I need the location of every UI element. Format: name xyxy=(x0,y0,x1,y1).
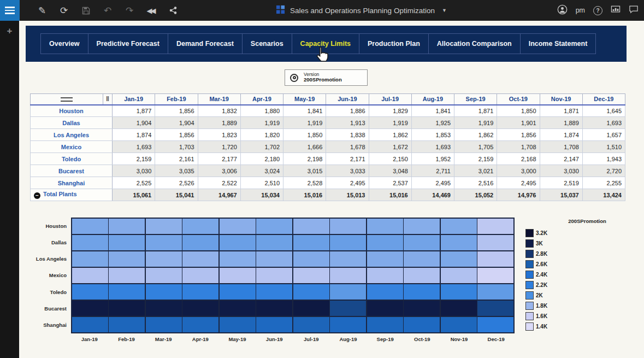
user-avatar-icon[interactable] xyxy=(557,4,568,17)
heatmap-cell-shanghai-may-19[interactable] xyxy=(220,317,256,332)
comment-bubble-icon[interactable] xyxy=(629,5,639,16)
table-cell[interactable]: 1,693 xyxy=(113,141,155,153)
table-cell[interactable]: 1,657 xyxy=(582,129,625,141)
heatmap-cell-shanghai-mar-19[interactable] xyxy=(146,317,182,332)
table-cell[interactable]: 3,030 xyxy=(113,165,155,177)
heatmap-cell-los-angeles-oct-19[interactable] xyxy=(404,251,440,267)
heatmap-cell-dallas-aug-19[interactable] xyxy=(330,235,366,250)
share-icon[interactable] xyxy=(166,3,180,17)
heatmap-cell-dallas-mar-19[interactable] xyxy=(146,235,182,250)
table-cell[interactable]: 14,976 xyxy=(497,189,540,201)
table-cell[interactable]: 1,889 xyxy=(540,117,582,129)
heatmap-cell-bucarest-may-19[interactable] xyxy=(220,301,256,316)
heatmap-cell-los-angeles-feb-19[interactable] xyxy=(109,251,145,267)
heatmap-cell-bucarest-nov-19[interactable] xyxy=(441,301,477,316)
heatmap-cell-houston-jan-19[interactable] xyxy=(72,219,108,234)
table-cell[interactable]: 1,889 xyxy=(198,117,240,129)
table-cell[interactable]: 15,041 xyxy=(155,189,198,201)
table-cell[interactable]: 2,711 xyxy=(411,165,454,177)
table-cell[interactable]: 1,850 xyxy=(283,129,326,141)
heatmap-cell-dallas-jul-19[interactable] xyxy=(293,235,329,250)
row-header-mexico[interactable]: Mexico xyxy=(31,141,113,153)
heatmap-cell-los-angeles-aug-19[interactable] xyxy=(330,251,366,267)
row-dimension-header[interactable] xyxy=(31,94,103,105)
heatmap-cell-shanghai-dec-19[interactable] xyxy=(477,317,513,332)
table-cell[interactable]: 1,862 xyxy=(454,129,497,141)
heatmap-cell-toledo-apr-19[interactable] xyxy=(182,284,218,300)
table-cell[interactable]: 15,037 xyxy=(540,189,582,201)
tab-production-plan[interactable]: Production Plan xyxy=(359,33,429,54)
table-cell[interactable]: 1,693 xyxy=(411,141,454,153)
table-cell[interactable]: 1,672 xyxy=(369,141,411,153)
heatmap-cell-toledo-aug-19[interactable] xyxy=(330,284,366,300)
heatmap-cell-los-angeles-mar-19[interactable] xyxy=(146,251,182,267)
heatmap-cell-mexico-feb-19[interactable] xyxy=(109,268,145,283)
heatmap-cell-los-angeles-jul-19[interactable] xyxy=(293,251,329,267)
heatmap-cell-mexico-jan-19[interactable] xyxy=(72,268,108,283)
heatmap-cell-dallas-apr-19[interactable] xyxy=(182,235,218,250)
table-cell[interactable]: 15,016 xyxy=(283,189,326,201)
table-cell[interactable]: 1,925 xyxy=(411,117,454,129)
table-cell[interactable]: 1,856 xyxy=(155,129,198,141)
table-cell[interactable]: 2,198 xyxy=(283,153,326,165)
table-cell[interactable]: 1,919 xyxy=(369,117,411,129)
table-cell[interactable]: 2,495 xyxy=(326,177,369,189)
heatmap-cell-toledo-dec-19[interactable] xyxy=(477,284,513,300)
tab-capacity-limits[interactable]: Capacity Limits xyxy=(292,33,359,54)
heatmap-cell-bucarest-sep-19[interactable] xyxy=(367,301,403,316)
table-cell[interactable]: 1,901 xyxy=(497,117,540,129)
table-cell[interactable]: 1,877 xyxy=(113,105,155,117)
table-cell[interactable]: 1,693 xyxy=(582,117,625,129)
row-header-toledo[interactable]: Toledo xyxy=(31,153,113,165)
table-cell[interactable]: 1,904 xyxy=(113,117,155,129)
table-cell[interactable]: 2,171 xyxy=(326,153,369,165)
undo-icon[interactable]: ↶ xyxy=(101,3,115,17)
heatmap-cell-dallas-jan-19[interactable] xyxy=(72,235,108,250)
table-cell[interactable]: 1,645 xyxy=(582,105,625,117)
table-cell[interactable]: 1,874 xyxy=(540,129,582,141)
heatmap-cell-dallas-sep-19[interactable] xyxy=(367,235,403,250)
table-cell[interactable]: 15,016 xyxy=(369,189,411,201)
heatmap-cell-houston-aug-19[interactable] xyxy=(330,219,366,234)
table-cell[interactable]: 1,850 xyxy=(497,105,540,117)
heatmap-cell-dallas-nov-19[interactable] xyxy=(441,235,477,250)
table-cell[interactable]: 15,034 xyxy=(240,189,283,201)
heatmap-cell-mexico-aug-19[interactable] xyxy=(330,268,366,283)
table-cell[interactable]: 1,919 xyxy=(454,117,497,129)
table-cell[interactable]: 15,061 xyxy=(113,189,155,201)
table-cell[interactable]: 1,874 xyxy=(113,129,155,141)
table-cell[interactable]: 1,880 xyxy=(240,105,283,117)
table-cell[interactable]: 1,510 xyxy=(582,141,625,153)
row-header-los-angeles[interactable]: Los Angeles xyxy=(31,129,113,141)
table-cell[interactable]: 2,177 xyxy=(198,153,240,165)
table-cell[interactable]: 3,033 xyxy=(326,165,369,177)
table-cell[interactable]: 1,823 xyxy=(198,129,240,141)
table-cell[interactable]: 2,159 xyxy=(113,153,155,165)
heatmap-cell-bucarest-dec-19[interactable] xyxy=(477,301,513,316)
table-cell[interactable]: 1,841 xyxy=(411,105,454,117)
edit-pencil-icon[interactable]: ✎ xyxy=(35,3,49,17)
table-cell[interactable]: 1,678 xyxy=(326,141,369,153)
table-cell[interactable]: 3,021 xyxy=(454,165,497,177)
table-cell[interactable]: 13,424 xyxy=(582,189,625,201)
heatmap-cell-mexico-jun-19[interactable] xyxy=(256,268,292,283)
heatmap-cell-toledo-mar-19[interactable] xyxy=(146,284,182,300)
table-cell[interactable]: 1,904 xyxy=(155,117,198,129)
row-header-total-plants[interactable]: −Total Plants xyxy=(31,189,113,201)
heatmap-cell-bucarest-jun-19[interactable] xyxy=(256,301,292,316)
table-cell[interactable]: 1,702 xyxy=(240,141,283,153)
heatmap-cell-dallas-jun-19[interactable] xyxy=(256,235,292,250)
tab-income-statement[interactable]: Income Statement xyxy=(520,33,596,54)
table-cell[interactable]: 2,519 xyxy=(540,177,582,189)
heatmap-cell-los-angeles-may-19[interactable] xyxy=(220,251,256,267)
heatmap-cell-toledo-jun-19[interactable] xyxy=(256,284,292,300)
table-cell[interactable]: 1,832 xyxy=(198,105,240,117)
heatmap-cell-houston-feb-19[interactable] xyxy=(109,219,145,234)
heatmap-cell-los-angeles-apr-19[interactable] xyxy=(182,251,218,267)
heatmap-cell-shanghai-jun-19[interactable] xyxy=(256,317,292,332)
heatmap-cell-houston-jul-19[interactable] xyxy=(293,219,329,234)
table-cell[interactable]: 3,048 xyxy=(369,165,411,177)
save-icon[interactable] xyxy=(79,3,93,17)
tab-scenarios[interactable]: Scenarios xyxy=(242,33,292,54)
heatmap-cell-bucarest-feb-19[interactable] xyxy=(109,301,145,316)
